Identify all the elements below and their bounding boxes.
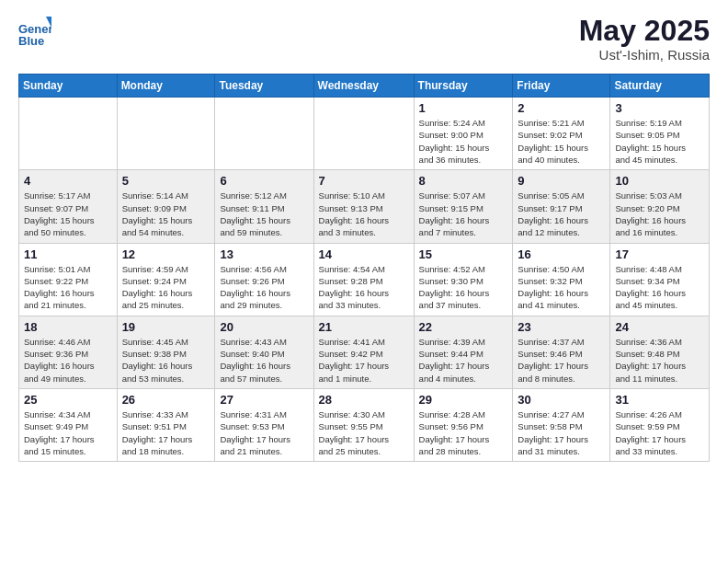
day-info: Sunrise: 4:33 AM Sunset: 9:51 PM Dayligh… <box>122 408 210 457</box>
col-saturday: Saturday <box>610 75 710 98</box>
col-monday: Monday <box>117 75 215 98</box>
table-row: 19Sunrise: 4:45 AM Sunset: 9:38 PM Dayli… <box>117 316 215 388</box>
day-info: Sunrise: 4:27 AM Sunset: 9:58 PM Dayligh… <box>518 408 605 457</box>
title-block: May 2025 Ust'-Ishim, Russia <box>579 15 710 63</box>
day-number: 27 <box>220 393 308 407</box>
day-info: Sunrise: 4:46 AM Sunset: 9:36 PM Dayligh… <box>24 336 112 385</box>
day-info: Sunrise: 4:28 AM Sunset: 9:56 PM Dayligh… <box>419 408 508 457</box>
table-row: 12Sunrise: 4:59 AM Sunset: 9:24 PM Dayli… <box>117 243 215 316</box>
day-number: 19 <box>122 320 210 334</box>
day-number: 22 <box>419 320 508 334</box>
table-row: 13Sunrise: 4:56 AM Sunset: 9:26 PM Dayli… <box>215 243 313 316</box>
table-row: 2Sunrise: 5:21 AM Sunset: 9:02 PM Daylig… <box>513 98 610 170</box>
day-number: 15 <box>419 247 508 261</box>
day-number: 31 <box>615 393 704 407</box>
table-row: 15Sunrise: 4:52 AM Sunset: 9:30 PM Dayli… <box>414 243 513 316</box>
logo: General Blue <box>18 15 51 48</box>
table-row: 17Sunrise: 4:48 AM Sunset: 9:34 PM Dayli… <box>610 243 710 316</box>
day-number: 23 <box>518 320 605 334</box>
day-number: 28 <box>319 393 409 407</box>
day-info: Sunrise: 4:45 AM Sunset: 9:38 PM Dayligh… <box>122 336 210 385</box>
day-info: Sunrise: 4:52 AM Sunset: 9:30 PM Dayligh… <box>419 263 508 312</box>
day-info: Sunrise: 4:56 AM Sunset: 9:26 PM Dayligh… <box>220 263 308 312</box>
header-row: Sunday Monday Tuesday Wednesday Thursday… <box>19 75 710 98</box>
day-number: 9 <box>518 174 605 188</box>
day-number: 29 <box>419 393 508 407</box>
day-info: Sunrise: 5:05 AM Sunset: 9:17 PM Dayligh… <box>518 190 605 238</box>
day-info: Sunrise: 4:37 AM Sunset: 9:46 PM Dayligh… <box>518 336 605 385</box>
col-tuesday: Tuesday <box>215 75 313 98</box>
logo-icon: General Blue <box>18 15 51 48</box>
day-number: 24 <box>615 320 704 334</box>
table-row <box>313 98 414 170</box>
table-row <box>215 98 313 170</box>
day-info: Sunrise: 5:01 AM Sunset: 9:22 PM Dayligh… <box>24 263 112 312</box>
table-row: 7Sunrise: 5:10 AM Sunset: 9:13 PM Daylig… <box>313 170 414 243</box>
day-number: 14 <box>319 247 409 261</box>
calendar-title: May 2025 <box>579 15 710 47</box>
day-info: Sunrise: 4:39 AM Sunset: 9:44 PM Dayligh… <box>419 336 508 385</box>
day-info: Sunrise: 4:26 AM Sunset: 9:59 PM Dayligh… <box>615 408 704 457</box>
table-row: 20Sunrise: 4:43 AM Sunset: 9:40 PM Dayli… <box>215 316 313 388</box>
day-number: 25 <box>24 393 112 407</box>
day-number: 7 <box>319 174 409 188</box>
day-info: Sunrise: 5:07 AM Sunset: 9:15 PM Dayligh… <box>419 190 508 238</box>
day-info: Sunrise: 4:43 AM Sunset: 9:40 PM Dayligh… <box>220 336 308 385</box>
table-row: 21Sunrise: 4:41 AM Sunset: 9:42 PM Dayli… <box>313 316 414 388</box>
table-row: 5Sunrise: 5:14 AM Sunset: 9:09 PM Daylig… <box>117 170 215 243</box>
day-number: 17 <box>615 247 704 261</box>
table-row: 23Sunrise: 4:37 AM Sunset: 9:46 PM Dayli… <box>513 316 610 388</box>
table-row: 11Sunrise: 5:01 AM Sunset: 9:22 PM Dayli… <box>19 243 118 316</box>
day-number: 3 <box>615 101 704 115</box>
table-row: 27Sunrise: 4:31 AM Sunset: 9:53 PM Dayli… <box>215 388 313 461</box>
table-row: 29Sunrise: 4:28 AM Sunset: 9:56 PM Dayli… <box>414 388 513 461</box>
table-row: 18Sunrise: 4:46 AM Sunset: 9:36 PM Dayli… <box>19 316 118 388</box>
table-row: 31Sunrise: 4:26 AM Sunset: 9:59 PM Dayli… <box>610 388 710 461</box>
day-number: 5 <box>122 174 210 188</box>
table-row: 10Sunrise: 5:03 AM Sunset: 9:20 PM Dayli… <box>610 170 710 243</box>
col-wednesday: Wednesday <box>313 75 414 98</box>
day-number: 20 <box>220 320 308 334</box>
day-number: 13 <box>220 247 308 261</box>
col-sunday: Sunday <box>19 75 118 98</box>
day-number: 11 <box>24 247 112 261</box>
day-info: Sunrise: 4:50 AM Sunset: 9:32 PM Dayligh… <box>518 263 605 312</box>
header: General Blue May 2025 Ust'-Ishim, Russia <box>18 15 710 63</box>
table-row: 9Sunrise: 5:05 AM Sunset: 9:17 PM Daylig… <box>513 170 610 243</box>
day-info: Sunrise: 4:34 AM Sunset: 9:49 PM Dayligh… <box>24 408 112 457</box>
day-number: 8 <box>419 174 508 188</box>
col-thursday: Thursday <box>414 75 513 98</box>
day-info: Sunrise: 4:59 AM Sunset: 9:24 PM Dayligh… <box>122 263 210 312</box>
day-info: Sunrise: 5:14 AM Sunset: 9:09 PM Dayligh… <box>122 190 210 238</box>
day-number: 6 <box>220 174 308 188</box>
table-row: 25Sunrise: 4:34 AM Sunset: 9:49 PM Dayli… <box>19 388 118 461</box>
day-number: 10 <box>615 174 704 188</box>
page: General Blue May 2025 Ust'-Ishim, Russia… <box>0 0 728 477</box>
table-row: 16Sunrise: 4:50 AM Sunset: 9:32 PM Dayli… <box>513 243 610 316</box>
day-number: 1 <box>419 101 508 115</box>
day-info: Sunrise: 5:10 AM Sunset: 9:13 PM Dayligh… <box>319 190 409 238</box>
day-number: 16 <box>518 247 605 261</box>
table-row: 14Sunrise: 4:54 AM Sunset: 9:28 PM Dayli… <box>313 243 414 316</box>
day-number: 12 <box>122 247 210 261</box>
table-row: 30Sunrise: 4:27 AM Sunset: 9:58 PM Dayli… <box>513 388 610 461</box>
table-row: 1Sunrise: 5:24 AM Sunset: 9:00 PM Daylig… <box>414 98 513 170</box>
day-number: 21 <box>319 320 409 334</box>
day-info: Sunrise: 5:12 AM Sunset: 9:11 PM Dayligh… <box>220 190 308 238</box>
day-info: Sunrise: 5:19 AM Sunset: 9:05 PM Dayligh… <box>615 117 704 166</box>
table-row: 6Sunrise: 5:12 AM Sunset: 9:11 PM Daylig… <box>215 170 313 243</box>
day-info: Sunrise: 4:30 AM Sunset: 9:55 PM Dayligh… <box>319 408 409 457</box>
day-info: Sunrise: 4:41 AM Sunset: 9:42 PM Dayligh… <box>319 336 409 385</box>
day-number: 18 <box>24 320 112 334</box>
day-number: 4 <box>24 174 112 188</box>
table-row: 3Sunrise: 5:19 AM Sunset: 9:05 PM Daylig… <box>610 98 710 170</box>
day-info: Sunrise: 4:54 AM Sunset: 9:28 PM Dayligh… <box>319 263 409 312</box>
day-info: Sunrise: 5:21 AM Sunset: 9:02 PM Dayligh… <box>518 117 605 166</box>
day-number: 26 <box>122 393 210 407</box>
day-number: 2 <box>518 101 605 115</box>
table-row: 26Sunrise: 4:33 AM Sunset: 9:51 PM Dayli… <box>117 388 215 461</box>
table-row: 8Sunrise: 5:07 AM Sunset: 9:15 PM Daylig… <box>414 170 513 243</box>
day-info: Sunrise: 4:48 AM Sunset: 9:34 PM Dayligh… <box>615 263 704 312</box>
calendar-table: Sunday Monday Tuesday Wednesday Thursday… <box>18 74 710 462</box>
day-info: Sunrise: 5:03 AM Sunset: 9:20 PM Dayligh… <box>615 190 704 238</box>
